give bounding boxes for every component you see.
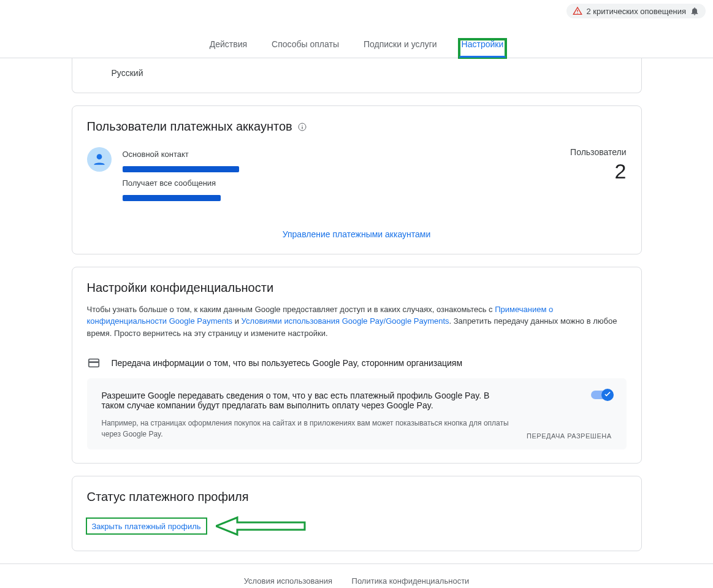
svg-point-3 [302,124,302,125]
share-panel-sub-text: Например, на страницах оформления покупо… [102,418,513,440]
footer-privacy-link[interactable]: Политика конфиденциальности [352,576,470,586]
check-icon [603,390,612,399]
tab-payment-methods[interactable]: Способы оплаты [269,39,341,58]
critical-alerts-badge[interactable]: 2 критических оповещения [566,4,706,18]
alert-text: 2 критических оповещения [586,7,686,16]
manage-payment-accounts-link[interactable]: Управление платежными аккаунтами [72,218,641,254]
language-card: Русский [72,58,642,93]
svg-point-5 [96,154,102,159]
users-count-label: Пользователи [570,147,626,157]
svg-rect-4 [302,126,302,129]
privacy-title: Настройки конфиденциальности [87,281,274,295]
profile-status-card: Статус платежного профиля Закрыть платеж… [72,476,642,551]
share-panel: Разрешите Google передавать сведения о т… [87,378,627,449]
annotation-arrow-icon [216,515,308,537]
page-footer: Условия использования Политика конфиденц… [0,563,713,588]
payment-users-card: Пользователи платежных аккаунтов Основно… [72,105,642,254]
tab-subscriptions[interactable]: Подписки и услуги [361,39,440,58]
bell-icon [690,6,700,16]
language-value[interactable]: Русский [72,58,641,93]
share-panel-main-text: Разрешите Google передавать сведения о т… [102,391,513,410]
svg-rect-7 [88,361,99,363]
avatar [87,147,112,172]
tab-actions[interactable]: Действия [207,39,250,58]
alert-triangle-icon [573,6,582,16]
users-section-title: Пользователи платежных аккаунтов [87,120,292,134]
profile-status-title: Статус платежного профиля [87,490,249,504]
primary-contact-label: Основной контакт [123,147,560,161]
tabs-nav: Действия Способы оплаты Подписки и услуг… [0,22,713,58]
info-icon[interactable] [297,122,307,132]
tab-settings[interactable]: Настройки [459,39,506,58]
terms-of-use-link[interactable]: Условиями использования Google Pay/Googl… [242,316,449,326]
share-status-label: ПЕРЕДАЧА РАЗРЕШЕНА [527,432,611,440]
privacy-card: Настройки конфиденциальности Чтобы узнат… [72,267,642,464]
card-icon [87,356,101,370]
receives-all-label: Получает все сообщения [123,176,560,190]
close-payment-profile-link[interactable]: Закрыть платежный профиль [92,522,201,531]
primary-contact-block: Основной контакт Получает все сообщения [123,147,560,205]
users-count: 2 [570,159,626,183]
share-row-title: Передача информации о том, что вы пользу… [112,358,463,368]
svg-point-1 [578,13,578,13]
footer-terms-link[interactable]: Условия использования [244,576,332,586]
privacy-description: Чтобы узнать больше о том, к каким данны… [87,304,627,340]
share-toggle[interactable] [591,391,612,399]
svg-marker-8 [216,517,305,535]
